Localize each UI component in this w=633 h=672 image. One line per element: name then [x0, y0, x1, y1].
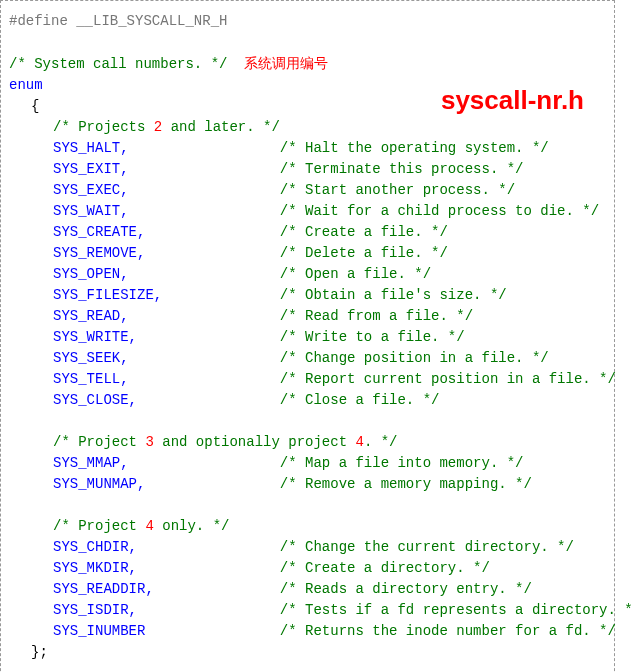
- brace-open: {: [31, 98, 39, 114]
- group1-comment: /* Projects 2 and later. */: [9, 117, 606, 138]
- enum-entry: SYS_ISDIR, /* Tests if a fd represents a…: [9, 600, 606, 621]
- enum-name: SYS_READDIR,: [53, 581, 280, 597]
- file-title-overlay: syscall-nr.h: [441, 81, 584, 120]
- zh-annotation: 系统调用编号: [244, 55, 328, 71]
- enum-name: SYS_MUNMAP,: [53, 476, 280, 492]
- enum-entry: SYS_CREATE, /* Create a file. */: [9, 222, 606, 243]
- enum-entry: SYS_READDIR, /* Reads a directory entry.…: [9, 579, 606, 600]
- enum-entry: SYS_INUMBER /* Returns the inode number …: [9, 621, 606, 642]
- enum-comment: /* Report current position in a file. */: [280, 371, 616, 387]
- enum-name: SYS_CHDIR,: [53, 539, 280, 555]
- enum-comment: /* Change position in a file. */: [280, 350, 549, 366]
- enum-comment: /* Write to a file. */: [280, 329, 465, 345]
- enum-comment: /* Reads a directory entry. */: [280, 581, 532, 597]
- enum-comment: /* Obtain a file's size. */: [280, 287, 507, 303]
- enum-comment: /* Returns the inode number for a fd. */: [280, 623, 616, 639]
- enum-comment: /* Halt the operating system. */: [280, 140, 549, 156]
- enum-name: SYS_MKDIR,: [53, 560, 280, 576]
- blank-line: [9, 32, 606, 53]
- enum-name: SYS_HALT,: [53, 140, 280, 156]
- header-comment: /* System call numbers. */: [9, 56, 227, 72]
- enum-name: SYS_INUMBER: [53, 623, 280, 639]
- enum-entry: SYS_MUNMAP, /* Remove a memory mapping. …: [9, 474, 606, 495]
- brace-close-line: };: [9, 642, 606, 663]
- brace-close: };: [31, 644, 48, 660]
- enum-name: SYS_TELL,: [53, 371, 280, 387]
- enum-comment: /* Remove a memory mapping. */: [280, 476, 532, 492]
- enum-comment: /* Delete a file. */: [280, 245, 448, 261]
- enum-comment: /* Open a file. */: [280, 266, 431, 282]
- blank-line: [9, 495, 606, 516]
- enum-comment: /* Change the current directory. */: [280, 539, 574, 555]
- enum-entry: SYS_READ, /* Read from a file. */: [9, 306, 606, 327]
- enum-entry: SYS_CHDIR, /* Change the current directo…: [9, 537, 606, 558]
- enum-entry: SYS_REMOVE, /* Delete a file. */: [9, 243, 606, 264]
- enum-name: SYS_CLOSE,: [53, 392, 280, 408]
- enum-name: SYS_CREATE,: [53, 224, 280, 240]
- enum-comment: /* Close a file. */: [280, 392, 440, 408]
- enum-entry: SYS_MKDIR, /* Create a directory. */: [9, 558, 606, 579]
- blank-line: [9, 663, 606, 672]
- enum-comment: /* Map a file into memory. */: [280, 455, 524, 471]
- enum-name: SYS_WAIT,: [53, 203, 280, 219]
- enum-entry: SYS_EXEC, /* Start another process. */: [9, 180, 606, 201]
- enum-name: SYS_READ,: [53, 308, 280, 324]
- group3-comment: /* Project 4 only. */: [9, 516, 606, 537]
- pp-define: #define __LIB_SYSCALL_NR_H: [9, 13, 227, 29]
- enum-entry: SYS_HALT, /* Halt the operating system. …: [9, 138, 606, 159]
- enum-name: SYS_OPEN,: [53, 266, 280, 282]
- enum-comment: /* Create a directory. */: [280, 560, 490, 576]
- enum-name: SYS_SEEK,: [53, 350, 280, 366]
- enum-entry: SYS_OPEN, /* Open a file. */: [9, 264, 606, 285]
- enum-entry: SYS_MMAP, /* Map a file into memory. */: [9, 453, 606, 474]
- enum-name: SYS_EXEC,: [53, 182, 280, 198]
- blank-line: [9, 411, 606, 432]
- header-comment-line: /* System call numbers. */ 系统调用编号: [9, 53, 606, 75]
- enum-comment: /* Wait for a child process to die. */: [280, 203, 599, 219]
- enum-name: SYS_EXIT,: [53, 161, 280, 177]
- enum-entry: SYS_FILESIZE, /* Obtain a file's size. *…: [9, 285, 606, 306]
- enum-comment: /* Terminate this process. */: [280, 161, 524, 177]
- enum-entry: SYS_SEEK, /* Change position in a file. …: [9, 348, 606, 369]
- enum-name: SYS_ISDIR,: [53, 602, 280, 618]
- enum-comment: /* Tests if a fd represents a directory.…: [280, 602, 633, 618]
- enum-comment: /* Read from a file. */: [280, 308, 473, 324]
- enum-entry: SYS_WAIT, /* Wait for a child process to…: [9, 201, 606, 222]
- group2-comment: /* Project 3 and optionally project 4. *…: [9, 432, 606, 453]
- enum-name: SYS_FILESIZE,: [53, 287, 280, 303]
- enum-comment: /* Start another process. */: [280, 182, 515, 198]
- enum-entry: SYS_WRITE, /* Write to a file. */: [9, 327, 606, 348]
- enum-name: SYS_REMOVE,: [53, 245, 280, 261]
- enum-entry: SYS_EXIT, /* Terminate this process. */: [9, 159, 606, 180]
- define-line: #define __LIB_SYSCALL_NR_H: [9, 11, 606, 32]
- enum-entry: SYS_CLOSE, /* Close a file. */: [9, 390, 606, 411]
- enum-keyword: enum: [9, 77, 43, 93]
- enum-name: SYS_MMAP,: [53, 455, 280, 471]
- enum-name: SYS_WRITE,: [53, 329, 280, 345]
- enum-comment: /* Create a file. */: [280, 224, 448, 240]
- enum-entry: SYS_TELL, /* Report current position in …: [9, 369, 606, 390]
- code-block: syscall-nr.h #define __LIB_SYSCALL_NR_H …: [0, 0, 615, 672]
